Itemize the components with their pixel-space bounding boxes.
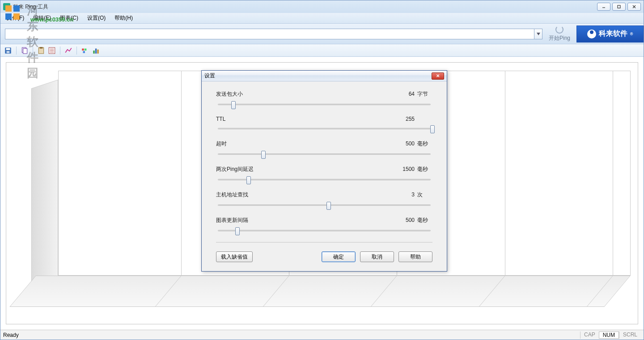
paste-icon[interactable] <box>37 47 45 55</box>
setting-slider[interactable] <box>216 149 432 159</box>
setting-value: 3 <box>395 191 417 198</box>
list-view-icon[interactable] <box>48 47 56 55</box>
copy-icon[interactable] <box>21 47 29 55</box>
defaults-button[interactable]: 载入缺省值 <box>216 251 253 262</box>
svg-rect-10 <box>6 48 10 50</box>
menu-settings[interactable]: 设置(O) <box>83 13 110 23</box>
menu-file[interactable]: 文件(F) <box>2 13 29 23</box>
dialog-footer: 载入缺省值 确定 取消 帮助 <box>202 251 447 271</box>
svg-rect-23 <box>93 51 94 54</box>
help-button[interactable]: 帮助 <box>398 251 432 262</box>
slider-thumb[interactable] <box>326 202 331 210</box>
setting-value: 500 <box>395 217 417 223</box>
slider-thumb[interactable] <box>231 101 236 109</box>
window-title: 科来 Ping 工具 <box>13 3 48 11</box>
setting-row: 主机地址查找3次 <box>216 191 432 210</box>
setting-row: 两次Ping间延迟1500毫秒 <box>216 166 432 185</box>
status-scrl: SCRL <box>619 332 641 339</box>
setting-value: 500 <box>395 140 417 147</box>
setting-row: TTL255 <box>216 116 432 134</box>
slider-thumb[interactable] <box>430 125 435 133</box>
setting-label: 超时 <box>216 140 395 148</box>
setting-unit: 字节 <box>417 90 432 98</box>
palette-icon[interactable] <box>81 47 89 55</box>
setting-label: 主机地址查找 <box>216 191 395 199</box>
statusbar: Ready CAP NUM SCRL <box>0 330 644 340</box>
brand-reg-icon: ® <box>630 32 633 36</box>
svg-rect-21 <box>85 48 87 51</box>
setting-slider[interactable] <box>216 100 432 110</box>
menu-edit[interactable]: 编辑(E) <box>29 13 55 23</box>
toolbar <box>0 44 644 57</box>
setting-slider[interactable] <box>216 124 432 134</box>
setting-unit: 毫秒 <box>417 140 432 148</box>
settings-dialog: 设置 ✕ 发送包大小64字节TTL255超时500毫秒两次Ping间延迟1500… <box>201 70 447 272</box>
setting-row: 发送包大小64字节 <box>216 90 432 110</box>
setting-unit: 毫秒 <box>417 217 432 224</box>
menubar: 文件(F) 编辑(E) 图表(C) 设置(O) 帮助(H) <box>0 13 644 24</box>
svg-rect-13 <box>23 48 27 53</box>
menu-chart[interactable]: 图表(C) <box>55 13 83 23</box>
svg-rect-11 <box>7 51 10 53</box>
svg-rect-25 <box>97 49 98 53</box>
svg-marker-8 <box>537 33 540 35</box>
dialog-close-button[interactable]: ✕ <box>432 72 444 80</box>
chevron-down-icon <box>537 33 540 35</box>
slider-thumb[interactable] <box>235 227 240 235</box>
setting-row: 图表更新间隔500毫秒 <box>216 217 432 236</box>
setting-unit: 次 <box>417 191 432 199</box>
setting-label: 两次Ping间延迟 <box>216 166 395 173</box>
setting-unit: 毫秒 <box>417 166 432 173</box>
host-input[interactable] <box>5 29 534 39</box>
cancel-button[interactable]: 取消 <box>360 251 394 262</box>
titlebar: 科来 Ping 工具 <box>0 0 644 13</box>
addressbar: 开始Ping 科来软件® <box>0 24 644 44</box>
brand-text: 科来软件 <box>599 29 627 38</box>
svg-rect-20 <box>82 48 84 51</box>
ok-button[interactable]: 确定 <box>322 251 356 262</box>
svg-rect-24 <box>95 48 97 53</box>
svg-rect-22 <box>83 51 85 53</box>
dialog-titlebar: 设置 ✕ <box>202 71 447 81</box>
setting-slider[interactable] <box>216 175 432 185</box>
setting-label: 图表更新间隔 <box>216 217 395 224</box>
close-button[interactable] <box>627 3 641 11</box>
setting-label: TTL <box>216 116 395 122</box>
setting-slider[interactable] <box>216 226 432 236</box>
status-cap: CAP <box>580 332 599 339</box>
dialog-body: 发送包大小64字节TTL255超时500毫秒两次Ping间延迟1500毫秒主机地… <box>202 81 447 251</box>
setting-value: 64 <box>395 91 417 97</box>
brand-badge: 科来软件® <box>576 26 644 42</box>
maximize-button[interactable] <box>612 3 626 11</box>
app-icon <box>3 3 10 10</box>
slider-thumb[interactable] <box>261 151 266 159</box>
svg-rect-5 <box>618 5 620 8</box>
dialog-separator <box>216 242 432 242</box>
status-ready: Ready <box>3 332 19 338</box>
svg-rect-15 <box>40 47 43 48</box>
chart-bar-icon[interactable] <box>92 47 100 55</box>
save-icon[interactable] <box>4 47 12 55</box>
minimize-button[interactable] <box>597 3 610 11</box>
start-ping-label: 开始Ping <box>545 34 574 42</box>
host-dropdown-button[interactable] <box>534 29 542 39</box>
setting-slider[interactable] <box>216 200 432 210</box>
setting-row: 超时500毫秒 <box>216 140 432 159</box>
menu-help[interactable]: 帮助(H) <box>110 13 137 23</box>
setting-value: 255 <box>395 116 417 122</box>
setting-label: 发送包大小 <box>216 90 395 98</box>
brand-logo-icon <box>587 30 596 38</box>
ping-icon <box>555 26 564 34</box>
slider-thumb[interactable] <box>246 176 251 184</box>
dialog-title: 设置 <box>204 72 215 80</box>
setting-value: 1500 <box>395 166 417 172</box>
status-num: NUM <box>599 332 619 339</box>
start-ping-button[interactable]: 开始Ping <box>545 26 574 42</box>
chart-line-icon[interactable] <box>64 47 72 55</box>
